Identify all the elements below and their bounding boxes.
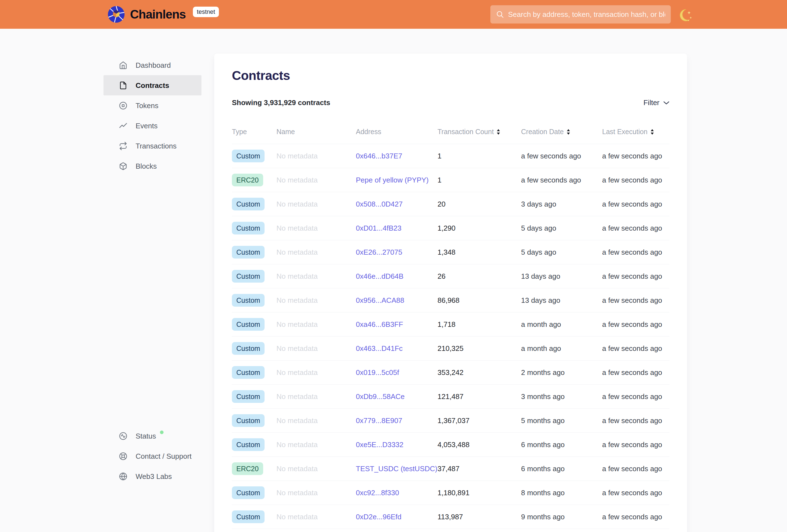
- brand-logo-link[interactable]: Chainlens testnet: [107, 0, 219, 29]
- name-cell: No metadata: [276, 320, 356, 329]
- creation-date-cell: a month ago: [521, 320, 602, 329]
- contract-type-badge: ERC20: [232, 174, 263, 187]
- transaction-count-cell: 20: [438, 200, 521, 208]
- name-cell: No metadata: [276, 152, 356, 160]
- sidebar-item-label: Dashboard: [135, 62, 171, 69]
- creation-date-cell: 6 months ago: [521, 465, 602, 473]
- name-cell: No metadata: [276, 441, 356, 449]
- last-execution-cell: a few seconds ago: [602, 513, 669, 521]
- app-header: Chainlens testnet: [0, 0, 787, 29]
- creation-date-cell: 8 months ago: [521, 489, 602, 497]
- creation-date-cell: 5 months ago: [521, 416, 602, 425]
- table-header-row: TypeNameAddressTransaction CountCreation…: [232, 120, 669, 144]
- sidebar-item-label: Contracts: [135, 82, 169, 89]
- name-cell: No metadata: [276, 224, 356, 232]
- contract-type-badge: Custom: [232, 366, 264, 379]
- address-link[interactable]: 0xE26...27075: [356, 248, 438, 257]
- filter-button[interactable]: Filter: [643, 98, 669, 107]
- creation-date-cell: 6 months ago: [521, 441, 602, 449]
- table-row: CustomNo metadata0x646...b37E71a few sec…: [232, 144, 669, 168]
- address-link[interactable]: 0xe5E...D3332: [356, 441, 438, 449]
- events-icon: [119, 122, 127, 130]
- sidebar-item-status[interactable]: Status: [104, 426, 201, 446]
- sidebar-item-events[interactable]: Events: [104, 116, 201, 136]
- table-row: CustomNo metadata0xE26...270751,3485 day…: [232, 240, 669, 264]
- creation-date-cell: a few seconds ago: [521, 152, 602, 160]
- sort-icon: [650, 129, 654, 135]
- type-cell: ERC20: [232, 174, 276, 187]
- address-link[interactable]: 0xD01...4fB23: [356, 224, 438, 232]
- address-link[interactable]: 0x463...D41Fc: [356, 344, 438, 353]
- brand-name: Chainlens: [130, 7, 186, 21]
- sort-icon: [567, 129, 570, 135]
- table-row: CustomNo metadata0x956...ACA8886,96813 d…: [232, 288, 669, 312]
- column-header-transaction-count[interactable]: Transaction Count: [438, 128, 521, 136]
- contract-type-badge: Custom: [232, 342, 264, 355]
- search-input[interactable]: [508, 10, 665, 19]
- contracts-table: TypeNameAddressTransaction CountCreation…: [232, 120, 669, 529]
- name-cell: No metadata: [276, 248, 356, 257]
- name-cell: No metadata: [276, 513, 356, 521]
- address-link[interactable]: 0xc92...8f330: [356, 489, 438, 497]
- search-icon: [496, 10, 504, 19]
- last-execution-cell: a few seconds ago: [602, 176, 669, 184]
- sidebar-item-dashboard[interactable]: Dashboard: [104, 55, 201, 75]
- address-link[interactable]: 0xD2e...96Efd: [356, 513, 438, 521]
- address-link[interactable]: 0xa46...6B3FF: [356, 320, 438, 329]
- name-cell: No metadata: [276, 465, 356, 473]
- table-row: CustomNo metadata0x463...D41Fc210,325a m…: [232, 336, 669, 360]
- sidebar-item-contact-support[interactable]: Contact / Support: [104, 446, 201, 466]
- type-cell: Custom: [232, 510, 276, 524]
- table-row: ERC20No metadataTEST_USDC (testUSDC)37,4…: [232, 457, 669, 481]
- dark-mode-toggle-button[interactable]: [679, 8, 694, 23]
- status-icon: [119, 432, 127, 440]
- column-header-type: Type: [232, 128, 276, 136]
- sidebar-item-contracts[interactable]: Contracts: [104, 75, 201, 95]
- sidebar-item-blocks[interactable]: Blocks: [104, 156, 201, 176]
- address-link[interactable]: 0x019...5c05f: [356, 368, 438, 377]
- column-header-label: Transaction Count: [438, 128, 494, 136]
- address-link[interactable]: 0x956...ACA88: [356, 296, 438, 305]
- address-link[interactable]: Pepe of yellow (PYPY): [356, 176, 438, 184]
- address-link[interactable]: 0x508...0D427: [356, 200, 438, 208]
- sidebar-main-nav: DashboardContractsTokensEventsTransactio…: [104, 55, 201, 176]
- sidebar-item-web3-labs[interactable]: Web3 Labs: [104, 466, 201, 486]
- transactions-icon: [119, 142, 127, 150]
- type-cell: Custom: [232, 438, 276, 451]
- address-link[interactable]: 0x46e...dD64B: [356, 272, 438, 281]
- creation-date-cell: 2 months ago: [521, 368, 602, 377]
- last-execution-cell: a few seconds ago: [602, 320, 669, 329]
- type-cell: Custom: [232, 150, 276, 162]
- address-link[interactable]: 0x779...8E907: [356, 416, 438, 425]
- contract-type-badge: Custom: [232, 222, 264, 235]
- last-execution-cell: a few seconds ago: [602, 272, 669, 281]
- creation-date-cell: a few seconds ago: [521, 176, 602, 184]
- blocks-icon: [119, 162, 127, 170]
- column-header-last-execution[interactable]: Last Execution: [602, 128, 669, 136]
- type-cell: Custom: [232, 222, 276, 235]
- transaction-count-cell: 210,325: [438, 344, 521, 353]
- address-link[interactable]: 0x646...b37E7: [356, 152, 438, 160]
- address-link[interactable]: 0xDb9...58ACe: [356, 392, 438, 401]
- global-search: [490, 5, 671, 23]
- transaction-count-cell: 86,968: [438, 296, 521, 305]
- sidebar-item-transactions[interactable]: Transactions: [104, 136, 201, 156]
- last-execution-cell: a few seconds ago: [602, 296, 669, 305]
- type-cell: Custom: [232, 318, 276, 331]
- transaction-count-cell: 1,718: [438, 320, 521, 329]
- sidebar-item-tokens[interactable]: Tokens: [104, 95, 201, 116]
- last-execution-cell: a few seconds ago: [602, 248, 669, 257]
- table-row: CustomNo metadata0x779...8E9071,367,0375…: [232, 409, 669, 433]
- contract-type-badge: Custom: [232, 438, 264, 451]
- address-link[interactable]: TEST_USDC (testUSDC): [356, 465, 438, 473]
- name-cell: No metadata: [276, 368, 356, 377]
- column-header-creation-date[interactable]: Creation Date: [521, 128, 602, 136]
- sidebar-item-label: Transactions: [135, 142, 176, 150]
- transaction-count-cell: 353,242: [438, 368, 521, 377]
- showing-count-text: Showing 3,931,929 contracts: [232, 98, 330, 107]
- contract-type-badge: Custom: [232, 150, 264, 162]
- column-header-name: Name: [276, 128, 356, 136]
- column-header-label: Type: [232, 128, 247, 136]
- name-cell: No metadata: [276, 272, 356, 281]
- type-cell: Custom: [232, 246, 276, 259]
